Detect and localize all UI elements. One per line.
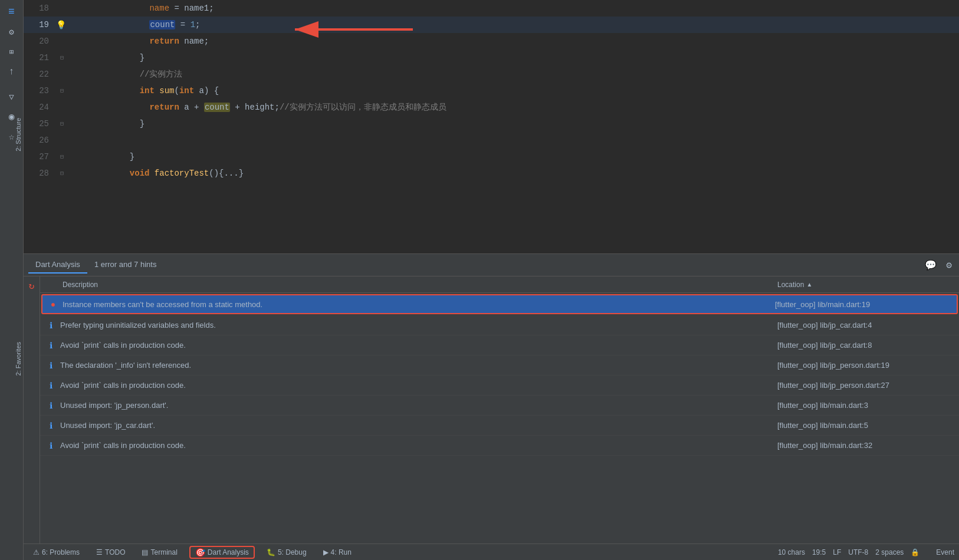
tab-dart-analysis-bottom[interactable]: 🎯 Dart Analysis bbox=[189, 546, 255, 559]
line-number-23: 23 bbox=[24, 86, 56, 95]
line-number-19: 19 bbox=[24, 20, 56, 29]
line-number-24: 24 bbox=[24, 103, 56, 112]
debug-icon: 🐛 bbox=[267, 548, 275, 556]
gutter-23: ⊟ bbox=[56, 87, 68, 94]
row-desc-2: Avoid `print` calls in production code. bbox=[57, 341, 777, 350]
sidebar-icon-arrow[interactable]: ↑ bbox=[2, 62, 21, 81]
sort-icon[interactable]: ▲ bbox=[806, 281, 812, 288]
code-lines: 18 name = name1; 19 💡 count = 1; 2 bbox=[24, 0, 959, 182]
info-icon-5: ℹ bbox=[45, 401, 57, 410]
todo-label: TODO bbox=[105, 548, 125, 556]
main-area: 18 name = name1; 19 💡 count = 1; 2 bbox=[24, 0, 959, 560]
tab-run[interactable]: ▶ 4: Run bbox=[318, 547, 356, 558]
structure-label: 2: Structure bbox=[15, 118, 22, 151]
status-indent: 2 spaces bbox=[875, 548, 904, 556]
gutter-28: ⊟ bbox=[56, 170, 68, 177]
comment-icon[interactable]: 💬 bbox=[922, 258, 939, 272]
favorites-label: 2: Favorites bbox=[15, 342, 22, 375]
row-desc-0: Instance members can't be accessed from … bbox=[59, 300, 775, 309]
sidebar-icon-filter[interactable]: ▽ bbox=[2, 87, 21, 106]
row-loc-3: [flutter_oop] lib/jp_person.dart:19 bbox=[777, 361, 954, 370]
row-desc-1: Prefer typing uninitialized variables an… bbox=[57, 321, 777, 330]
status-position: 19:5 bbox=[812, 548, 826, 556]
sidebar-icon-structure[interactable]: ≡ bbox=[2, 2, 21, 21]
gutter-27: ⊟ bbox=[56, 153, 68, 160]
tab-todo[interactable]: ☰ TODO bbox=[91, 547, 130, 558]
table-row-5[interactable]: ℹ Unused import: 'jp_person.dart'. [flut… bbox=[40, 396, 959, 416]
info-icon-3: ℹ bbox=[45, 361, 57, 370]
bottom-bar: ⚠ 6: Problems ☰ TODO ▤ Terminal 🎯 Dart A… bbox=[24, 543, 959, 560]
fold-icon-23[interactable]: ⊟ bbox=[60, 87, 64, 94]
tab-dart-analysis[interactable]: Dart Analysis bbox=[28, 256, 87, 274]
sidebar-icon-layout[interactable]: ⊞ bbox=[2, 42, 21, 61]
panel-tabs-header: Dart Analysis 1 error and 7 hints 💬 ⚙ bbox=[24, 254, 959, 276]
fold-icon-28[interactable]: ⊟ bbox=[60, 170, 64, 177]
status-encoding: UTF-8 bbox=[848, 548, 868, 556]
settings-icon[interactable]: ⚙ bbox=[944, 258, 954, 272]
run-label: 4: Run bbox=[331, 548, 352, 556]
row-desc-5: Unused import: 'jp_person.dart'. bbox=[57, 401, 777, 410]
dart-analysis-bottom-label: Dart Analysis bbox=[208, 548, 249, 556]
row-loc-4: [flutter_oop] lib/jp_person.dart:27 bbox=[777, 381, 954, 390]
table-row-0[interactable]: ● Instance members can't be accessed fro… bbox=[41, 294, 958, 314]
tab-problems[interactable]: ⚠ 6: Problems bbox=[28, 547, 84, 558]
info-icon-6: ℹ bbox=[45, 421, 57, 430]
fold-icon-27[interactable]: ⊟ bbox=[60, 153, 64, 160]
bulb-icon[interactable]: 💡 bbox=[56, 20, 66, 30]
line-number-27: 27 bbox=[24, 152, 56, 162]
row-loc-1: [flutter_oop] lib/jp_car.dart:4 bbox=[777, 321, 954, 330]
gutter-19: 💡 bbox=[56, 20, 68, 30]
row-loc-7: [flutter_oop] lib/main.dart:32 bbox=[777, 441, 954, 450]
code-editor: 18 name = name1; 19 💡 count = 1; 2 bbox=[24, 0, 959, 253]
row-loc-0: [flutter_oop] lib/main.dart:19 bbox=[775, 300, 952, 309]
line-number-28: 28 bbox=[24, 169, 56, 178]
code-line-25: 25 ⊟ } bbox=[24, 116, 959, 132]
info-icon-4: ℹ bbox=[45, 381, 57, 390]
table-row-3[interactable]: ℹ The declaration '_info' isn't referenc… bbox=[40, 355, 959, 375]
table-row-7[interactable]: ℹ Avoid `print` calls in production code… bbox=[40, 436, 959, 456]
panel-actions: 💬 ⚙ bbox=[922, 258, 954, 272]
terminal-icon: ▤ bbox=[142, 548, 148, 556]
line-number-25: 25 bbox=[24, 119, 56, 129]
row-loc-6: [flutter_oop] lib/main.dart:5 bbox=[777, 421, 954, 430]
row-desc-6: Unused import: 'jp_car.dart'. bbox=[57, 421, 777, 430]
lock-icon[interactable]: 🔒 bbox=[911, 548, 919, 556]
gutter-25: ⊟ bbox=[56, 120, 68, 127]
line-number-18: 18 bbox=[24, 4, 56, 13]
col-description: Description bbox=[45, 281, 777, 289]
table-row-6[interactable]: ℹ Unused import: 'jp_car.dart'. [flutter… bbox=[40, 416, 959, 436]
line-number-26: 26 bbox=[24, 136, 56, 145]
tab-debug[interactable]: 🐛 5: Debug bbox=[262, 547, 311, 558]
row-loc-5: [flutter_oop] lib/main.dart:3 bbox=[777, 401, 954, 410]
debug-label: 5: Debug bbox=[278, 548, 307, 556]
table-row-1[interactable]: ℹ Prefer typing uninitialized variables … bbox=[40, 315, 959, 335]
error-icon-0: ● bbox=[47, 299, 59, 309]
todo-icon: ☰ bbox=[96, 548, 103, 556]
row-desc-7: Avoid `print` calls in production code. bbox=[57, 441, 777, 450]
run-icon: ▶ bbox=[323, 548, 329, 556]
reload-icon[interactable]: ↻ bbox=[29, 280, 35, 292]
left-sidebar: ≡ ⚙ ⊞ ↑ ▽ ◉ ☆ 2: Structure 2: Favorites bbox=[0, 0, 24, 560]
fold-icon-25[interactable]: ⊟ bbox=[60, 120, 64, 127]
table-row-4[interactable]: ℹ Avoid `print` calls in production code… bbox=[40, 375, 959, 396]
fold-icon-21[interactable]: ⊟ bbox=[60, 54, 64, 61]
info-icon-2: ℹ bbox=[45, 341, 57, 350]
tab-terminal[interactable]: ▤ Terminal bbox=[137, 547, 182, 558]
status-chars: 10 chars bbox=[778, 548, 805, 556]
problems-icon: ⚠ bbox=[33, 548, 40, 556]
sidebar-icon-gear[interactable]: ⚙ bbox=[2, 22, 21, 41]
line-number-22: 22 bbox=[24, 70, 56, 79]
line-content-28: void factoryTest(){...} bbox=[68, 159, 959, 187]
col-location: Location ▲ bbox=[777, 281, 954, 289]
analysis-table: Description Location ▲ ● Instance member… bbox=[40, 276, 959, 543]
row-desc-3: The declaration '_info' isn't referenced… bbox=[57, 361, 777, 370]
terminal-label: Terminal bbox=[150, 548, 177, 556]
info-icon-1: ℹ bbox=[45, 321, 57, 330]
gutter-21: ⊟ bbox=[56, 54, 68, 61]
line-number-21: 21 bbox=[24, 53, 56, 62]
table-row-2[interactable]: ℹ Avoid `print` calls in production code… bbox=[40, 335, 959, 355]
code-line-28: 28 ⊟ void factoryTest(){...} bbox=[24, 165, 959, 182]
tab-hint-count[interactable]: 1 error and 7 hints bbox=[87, 256, 164, 274]
problems-label: 6: Problems bbox=[42, 548, 80, 556]
dart-analysis-icon: 🎯 bbox=[195, 548, 205, 557]
